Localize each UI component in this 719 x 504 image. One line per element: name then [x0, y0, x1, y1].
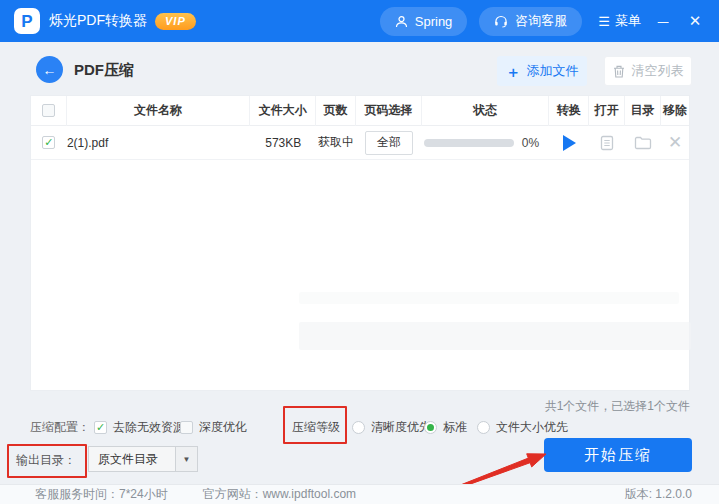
config-section-label: 压缩配置：	[30, 414, 90, 440]
table-row: ✓ 2(1).pdf 573KB 获取中 全部 0% ✕	[31, 126, 689, 160]
table-header-row: 文件名称 文件大小 页数 页码选择 状态 转换 打开 目录 移除	[31, 96, 689, 126]
add-files-label: 添加文件	[527, 62, 579, 80]
select-all-checkbox[interactable]	[42, 104, 55, 117]
compression-config-row: 压缩配置： ✓ 去除无效资源 深度优化 压缩等级 清晰度优先 标准 文件大小优先	[0, 414, 719, 440]
col-directory: 目录	[625, 96, 661, 126]
open-file-icon[interactable]	[600, 135, 614, 151]
progress-bar: 0%	[422, 136, 550, 150]
vip-badge: VIP	[155, 13, 196, 30]
clarity-radio[interactable]	[352, 421, 365, 434]
level-standard-option[interactable]: 标准	[424, 414, 467, 440]
col-page-select: 页码选择	[356, 96, 422, 126]
version-label: 版本: 1.2.0.0	[625, 486, 692, 503]
deep-optimize-option[interactable]: 深度优化	[180, 414, 247, 440]
col-open: 打开	[589, 96, 625, 126]
user-name: Spring	[415, 14, 453, 29]
chevron-down-icon[interactable]: ▼	[175, 447, 197, 471]
service-hours: 客服服务时间：7*24小时	[35, 486, 168, 503]
headset-icon	[494, 15, 508, 28]
clear-list-button[interactable]: 清空列表	[604, 56, 692, 86]
deep-optimize-checkbox[interactable]	[180, 421, 193, 434]
standard-radio[interactable]	[424, 421, 437, 434]
menu-label: 菜单	[615, 12, 641, 30]
official-website: 官方网站：www.ipdftool.com	[203, 486, 356, 503]
col-status: 状态	[422, 96, 550, 126]
start-compression-button[interactable]: 开始压缩	[544, 438, 692, 472]
compression-level-label: 压缩等级	[292, 414, 340, 440]
col-convert: 转换	[549, 96, 589, 126]
plus-icon: ＋	[506, 64, 521, 79]
col-file-name: 文件名称	[67, 96, 250, 126]
output-directory-value: 原文件目录	[89, 447, 175, 471]
ghost-artifact	[299, 322, 691, 350]
progress-label: 0%	[522, 136, 539, 150]
remove-invalid-option[interactable]: ✓ 去除无效资源	[94, 414, 185, 440]
convert-play-button[interactable]	[563, 135, 576, 151]
ghost-artifact	[299, 292, 679, 304]
app-logo-icon: P	[14, 8, 40, 34]
open-folder-icon[interactable]	[634, 136, 652, 150]
file-table: 文件名称 文件大小 页数 页码选择 状态 转换 打开 目录 移除 ✓ 2(1).…	[30, 95, 690, 391]
col-file-size: 文件大小	[250, 96, 316, 126]
hamburger-icon: ☰	[598, 14, 610, 29]
close-button[interactable]: ✕	[685, 12, 705, 30]
page-range-selector[interactable]: 全部	[365, 131, 413, 155]
titlebar: P 烁光PDF转换器 VIP Spring 咨询客服 ☰ 菜单 ─ ✕	[0, 0, 719, 42]
trash-icon	[613, 65, 625, 78]
remove-invalid-checkbox[interactable]: ✓	[94, 421, 107, 434]
support-label: 咨询客服	[515, 12, 567, 30]
clear-list-label: 清空列表	[632, 62, 684, 80]
progress-track	[424, 139, 514, 147]
file-count-summary: 共1个文件，已选择1个文件	[545, 398, 690, 415]
col-pages: 页数	[316, 96, 356, 126]
minimize-button[interactable]: ─	[653, 13, 673, 30]
footer: 客服服务时间：7*24小时 官方网站：www.ipdftool.com 版本: …	[0, 484, 719, 504]
filesize-label: 文件大小优先	[496, 419, 568, 436]
standard-label: 标准	[443, 419, 467, 436]
support-button[interactable]: 咨询客服	[479, 7, 582, 36]
output-directory-dropdown[interactable]: 原文件目录 ▼	[88, 446, 198, 472]
row-checkbox[interactable]: ✓	[42, 136, 55, 149]
file-size: 573KB	[250, 136, 316, 150]
page-title: PDF压缩	[74, 61, 134, 80]
remove-file-icon[interactable]: ✕	[668, 134, 682, 151]
deep-optimize-label: 深度优化	[199, 419, 247, 436]
filesize-radio[interactable]	[477, 421, 490, 434]
level-filesize-option[interactable]: 文件大小优先	[477, 414, 568, 440]
level-clarity-option[interactable]: 清晰度优先	[352, 414, 431, 440]
pages-status: 获取中	[316, 134, 356, 151]
clarity-label: 清晰度优先	[371, 419, 431, 436]
col-remove: 移除	[661, 96, 689, 126]
menu-button[interactable]: ☰ 菜单	[598, 12, 641, 30]
arrow-left-icon: ←	[43, 62, 57, 78]
file-name: 2(1).pdf	[67, 136, 250, 150]
output-directory-label: 输出目录：	[16, 452, 76, 469]
remove-invalid-label: 去除无效资源	[113, 419, 185, 436]
add-files-button[interactable]: ＋ 添加文件	[497, 56, 587, 86]
back-button[interactable]: ←	[36, 56, 63, 83]
user-account-button[interactable]: Spring	[380, 7, 468, 36]
user-icon	[395, 15, 408, 28]
app-title: 烁光PDF转换器	[49, 12, 147, 30]
